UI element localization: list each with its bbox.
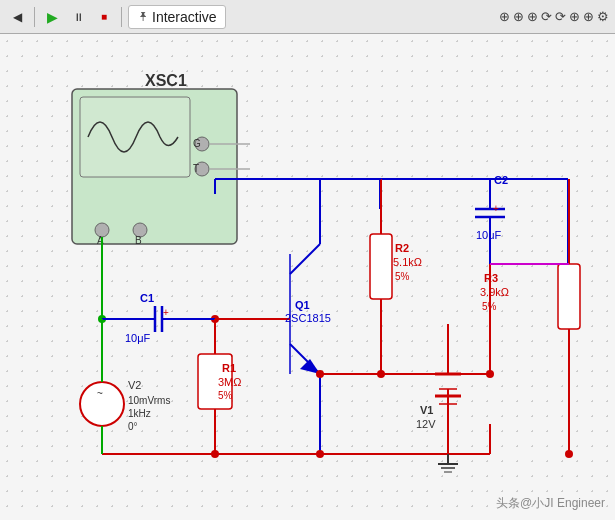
right-toolbar-icons: ⊕ ⊕ ⊕ ⟳ ⟳ ⊕ ⊕ ⚙ [499,9,609,24]
svg-text:10μF: 10μF [125,332,151,344]
svg-text:10μF: 10μF [476,229,502,241]
svg-text:3MΩ: 3MΩ [218,376,242,388]
stop-button[interactable]: ■ [93,6,115,28]
play-button[interactable]: ▶ [41,6,63,28]
svg-text:V2: V2 [128,379,141,391]
svg-text:R2: R2 [395,242,409,254]
svg-text:~: ~ [97,388,103,399]
svg-text:+: + [493,203,499,214]
svg-text:R1: R1 [222,362,236,374]
circuit-diagram: G T A B XSC1 [0,34,615,520]
svg-text:Q1: Q1 [295,299,310,311]
svg-text:+: + [163,307,169,318]
svg-text:V1: V1 [420,404,433,416]
icon-4[interactable]: ⟳ [541,9,552,24]
svg-text:C1: C1 [140,292,154,304]
svg-text:3.9kΩ: 3.9kΩ [480,286,509,298]
svg-text:0°: 0° [128,421,138,432]
svg-text:5%: 5% [218,390,233,401]
svg-point-80 [486,370,494,378]
icon-7[interactable]: ⊕ [583,9,594,24]
icon-5[interactable]: ⟳ [555,9,566,24]
svg-point-95 [316,370,324,378]
svg-text:5.1kΩ: 5.1kΩ [393,256,422,268]
svg-text:R3: R3 [484,272,498,284]
circuit-canvas[interactable]: G T A B XSC1 [0,34,615,520]
svg-text:5%: 5% [395,271,410,282]
svg-point-94 [377,370,385,378]
svg-point-74 [565,450,573,458]
svg-rect-71 [558,264,580,329]
icon-6[interactable]: ⊕ [569,9,580,24]
interactive-button[interactable]: 🖈 Interactive [128,5,226,29]
separator-2 [121,7,122,27]
svg-point-54 [316,450,324,458]
icon-3[interactable]: ⊕ [527,9,538,24]
svg-line-50 [290,244,320,274]
icon-2[interactable]: ⊕ [513,9,524,24]
svg-text:2SC1815: 2SC1815 [285,312,331,324]
svg-rect-65 [370,234,392,299]
svg-text:1kHz: 1kHz [128,408,151,419]
svg-text:T: T [193,163,199,174]
pin-icon: 🖈 [137,9,150,24]
svg-text:12V: 12V [416,418,436,430]
pause-button[interactable]: ⏸ [67,6,89,28]
interactive-label: Interactive [152,9,217,25]
svg-text:C2: C2 [494,174,508,186]
separator-1 [34,7,35,27]
settings-icon[interactable]: ⚙ [597,9,609,24]
icon-1[interactable]: ⊕ [499,9,510,24]
svg-text:B: B [135,235,142,246]
svg-rect-1 [80,97,190,177]
svg-text:XSC1: XSC1 [145,72,187,89]
svg-text:10mVrms: 10mVrms [128,395,170,406]
back-button[interactable]: ◀ [6,6,28,28]
toolbar: ◀ ▶ ⏸ ■ 🖈 Interactive ⊕ ⊕ ⊕ ⟳ ⟳ ⊕ ⊕ ⚙ [0,0,615,34]
svg-text:G: G [193,138,201,149]
watermark: 头条@小JI Engineer [496,495,605,512]
